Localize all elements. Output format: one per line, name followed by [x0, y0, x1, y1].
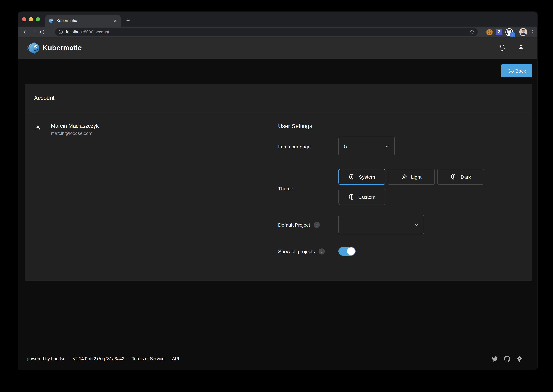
browser-titlebar: Kubermatic × + [18, 12, 538, 27]
window-zoom-button[interactable] [36, 17, 40, 21]
user-block: Marcin Maciaszczyk marcin@loodse.com [35, 123, 99, 136]
browser-window: Kubermatic × + localhost:8000/account [18, 12, 538, 370]
items-per-page-select[interactable]: 5 [339, 137, 395, 156]
sun-icon [401, 174, 407, 180]
forward-icon[interactable] [29, 28, 38, 36]
window-close-button[interactable] [22, 17, 26, 21]
toggle-knob [347, 247, 355, 255]
toolbar-separator [516, 29, 516, 35]
tab-close-icon[interactable]: × [112, 18, 118, 23]
tab-favicon-fish-icon [48, 18, 54, 23]
user-email: marcin@loodse.com [51, 131, 99, 136]
notifications-bell-icon[interactable] [498, 44, 506, 52]
go-back-button[interactable]: Go Back [501, 64, 532, 77]
url-text: localhost:8000/account [66, 29, 469, 34]
page-title: Account [34, 95, 55, 101]
site-info-icon[interactable] [58, 29, 63, 34]
app-header: Kubermatic [18, 37, 538, 59]
theme-option-system[interactable]: System [339, 168, 385, 185]
new-tab-button[interactable]: + [124, 17, 132, 25]
z-extension-icon[interactable]: Z [496, 28, 502, 35]
show-all-projects-label: Show all projects i [278, 248, 325, 254]
items-per-page-label: Items per page [278, 144, 311, 149]
window-minimize-button[interactable] [29, 17, 33, 21]
terms-of-service-link[interactable]: Terms of Service [132, 356, 165, 361]
github-icon[interactable] [504, 356, 510, 362]
user-name: Marcin Maciaszczyk [51, 123, 99, 129]
slack-icon[interactable] [516, 356, 523, 362]
github-extension-icon[interactable]: 8 [505, 28, 513, 36]
api-link[interactable]: API [172, 356, 179, 361]
tab-title: Kubermatic [56, 19, 112, 23]
url-host: localhost [66, 29, 83, 34]
items-per-page-value: 5 [344, 143, 384, 149]
reload-icon[interactable] [38, 28, 46, 36]
account-card-header: Account [25, 84, 532, 112]
browser-toolbar: localhost:8000/account Z 8 [18, 27, 538, 37]
screenshot-stage: Kubermatic × + localhost:8000/account [0, 0, 553, 392]
browser-tab[interactable]: Kubermatic × [45, 15, 121, 27]
default-project-select[interactable] [339, 215, 424, 234]
show-all-projects-toggle[interactable] [339, 247, 356, 256]
url-path: :8000/account [83, 29, 109, 34]
moon-icon [349, 174, 355, 180]
chevron-down-icon [384, 143, 390, 149]
app-footer: powered by Loodse – v2.14.0-rc.2+5.g731a… [27, 354, 529, 364]
theme-option-dark[interactable]: Dark [437, 168, 484, 185]
bookmark-star-icon[interactable] [469, 29, 475, 34]
powered-by-link[interactable]: powered by Loodse [27, 356, 65, 361]
cookie-extension-icon[interactable] [486, 29, 493, 35]
default-project-label: Default Project i [278, 222, 320, 228]
twitter-icon[interactable] [492, 356, 498, 362]
theme-option-custom[interactable]: Custom [339, 189, 385, 205]
page-content: Go Back Account Marcin Maciaszczyk marci… [18, 59, 538, 370]
user-menu-icon[interactable] [517, 44, 525, 52]
theme-label: Theme [278, 186, 293, 191]
user-avatar-icon [35, 124, 41, 136]
chevron-down-icon [413, 222, 419, 227]
account-card: Account Marcin Maciaszczyk marcin@loodse… [25, 84, 532, 281]
kubermatic-logo-fish-icon[interactable] [27, 42, 40, 55]
moon-icon [450, 174, 457, 180]
browser-menu-kebab-icon[interactable]: ⋮ [530, 29, 535, 35]
browser-profile-avatar[interactable] [519, 28, 527, 36]
back-icon[interactable] [21, 28, 29, 36]
github-extension-badge: 8 [510, 32, 515, 37]
address-bar[interactable]: localhost:8000/account [55, 28, 478, 36]
extensions-row: Z 8 ⋮ [486, 27, 535, 37]
user-settings-title: User Settings [278, 123, 312, 130]
info-icon[interactable]: i [319, 248, 325, 254]
moon-icon [348, 194, 355, 200]
version-text: v2.14.0-rc.2+5.g731a3a42 [73, 356, 124, 361]
info-icon[interactable]: i [314, 222, 320, 228]
theme-option-light[interactable]: Light [388, 168, 435, 185]
brand-title[interactable]: Kubermatic [42, 44, 82, 52]
